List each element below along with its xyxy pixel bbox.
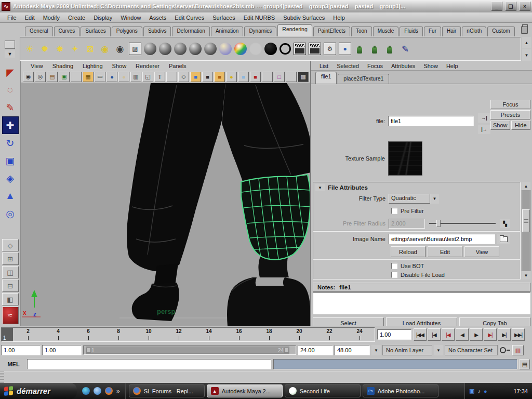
messenger-tray-icon[interactable]: ● [484, 388, 487, 394]
shelf-scroll-down-icon[interactable]: ▼ [522, 49, 531, 61]
show-button[interactable]: Show [490, 121, 510, 130]
menu-edit[interactable]: Edit [21, 12, 39, 23]
show-manipulator-tool[interactable]: ◎ [2, 205, 19, 222]
anim-layer-dropdown-icon[interactable]: ▼ [371, 345, 381, 355]
shelf-popup-icon[interactable] [5, 41, 15, 49]
scroll-down-icon[interactable]: ▼ [522, 271, 530, 280]
shelf-tab-ncloth[interactable]: nCloth [462, 26, 486, 36]
shadows-icon[interactable]: ■ [250, 72, 261, 82]
four-pane-layout-button[interactable]: ⊞ [2, 252, 19, 265]
shaded-wireframe-icon[interactable]: ■ [202, 72, 213, 82]
default-material-icon[interactable]: ■ [238, 72, 249, 82]
go-to-end-button[interactable]: ▶▶| [512, 328, 525, 341]
checkbox[interactable] [391, 263, 397, 269]
panel-menu-panels[interactable]: Panels [164, 61, 191, 71]
grid-icon[interactable]: ▦ [83, 72, 94, 82]
ae-menu-help[interactable]: Help [442, 61, 462, 71]
menu-help[interactable]: Help [329, 12, 349, 23]
soft-modification-tool[interactable]: ▲ [2, 187, 19, 205]
presets-button[interactable]: Presets [490, 110, 530, 119]
ae-menu-attributes[interactable]: Attributes [387, 61, 419, 71]
firefox-icon[interactable] [105, 387, 113, 395]
separator[interactable] [71, 72, 82, 82]
separator[interactable] [286, 72, 297, 82]
filter-type-dropdown[interactable]: Quadratic [389, 194, 430, 204]
menu-edit-nurbs[interactable]: Edit NURBS [240, 12, 280, 23]
checkbox[interactable] [391, 272, 397, 278]
use-background-icon[interactable] [264, 43, 277, 55]
animation-start-input[interactable] [1, 345, 41, 355]
surface-shader-icon[interactable] [249, 43, 262, 55]
ae-menu-show[interactable]: Show [419, 61, 442, 71]
browse-folder-icon[interactable] [497, 234, 510, 244]
xray-icon[interactable]: ▩ [298, 72, 309, 82]
menu-window[interactable]: Window [116, 12, 145, 23]
playback-end-input[interactable] [298, 345, 333, 355]
hypershade-window-icon[interactable] [384, 43, 396, 55]
panel-menu-lighting[interactable]: Lighting [78, 61, 108, 71]
shelf-menu-arrow-icon[interactable]: ▼ [5, 50, 15, 58]
lights-icon[interactable]: ● [226, 72, 237, 82]
auto-keyframe-icon[interactable] [499, 345, 511, 355]
animation-end-input[interactable] [335, 345, 370, 355]
close-button[interactable]: × [519, 2, 530, 11]
shelf-tab-surfaces[interactable]: Surfaces [81, 26, 110, 36]
range-slider-track[interactable]: 1 24 [83, 345, 296, 355]
pre-filter-radius-input[interactable] [389, 219, 425, 229]
pre-filter-radius-slider[interactable] [429, 220, 496, 227]
bookmark-icon[interactable]: ▤ [47, 72, 58, 82]
menu-subdiv-surfaces[interactable]: Subdiv Surfaces [279, 12, 329, 23]
volume-tray-icon[interactable]: ♪ [477, 388, 481, 394]
hypershade-icon[interactable] [354, 43, 366, 55]
go-to-start-button[interactable]: |◀◀ [414, 328, 427, 341]
persp-graph-layout-button[interactable]: ⊟ [2, 280, 19, 292]
collapse-section-icon[interactable]: ▼ [315, 184, 325, 191]
phong-e-material-icon[interactable] [204, 43, 217, 55]
anim-layer-selector[interactable]: No Anim Layer [382, 345, 432, 355]
field-chart-icon[interactable]: ▥ [130, 72, 141, 82]
ae-menu-selected[interactable]: Selected [332, 61, 363, 71]
script-editor-icon[interactable]: ▤ [520, 359, 530, 369]
task-second-life[interactable]: Second Life [285, 384, 361, 397]
smooth-shade-icon[interactable]: ■ [190, 72, 201, 82]
ae-tab-place2dtexture1[interactable]: place2dTexture1 [338, 74, 389, 84]
select-button[interactable]: Select [313, 317, 384, 326]
ambient-light-icon[interactable]: ◉ [99, 43, 111, 55]
shelf-tab-toon[interactable]: Toon [351, 26, 372, 36]
shelf-tab-fur[interactable]: Fur [424, 26, 441, 36]
panel-menu-view[interactable]: View [26, 61, 48, 71]
select-tool[interactable]: ◤ [2, 63, 19, 81]
task-adobe-photoshop[interactable]: Adobe Photosho... [363, 384, 438, 397]
menu-create[interactable]: Create [64, 12, 89, 23]
range-slider-bar[interactable]: 1 24 [86, 347, 289, 354]
step-forward-key-button[interactable]: ▶| [484, 328, 497, 341]
phong-material-icon[interactable] [189, 43, 202, 55]
mel-command-input[interactable] [27, 359, 271, 369]
pre-filter-checkbox[interactable] [391, 208, 397, 214]
notes-textarea[interactable] [313, 292, 530, 314]
single-pane-layout-button[interactable]: ◇ [2, 239, 19, 251]
shelf-tab-dynamics[interactable]: Dynamics [244, 26, 276, 36]
menu-surfaces[interactable]: Surfaces [208, 12, 239, 23]
timeline-ruler[interactable]: 1 24681012141618202224 [1, 327, 375, 342]
pin-in-arrow-icon[interactable]: →| [478, 113, 490, 123]
anisotropic-material-icon[interactable] [144, 43, 156, 55]
task-autodesk-maya[interactable]: Autodesk Maya 2... [207, 384, 283, 397]
ae-menu-focus[interactable]: Focus [363, 61, 387, 71]
panel-menu-renderer[interactable]: Renderer [131, 61, 164, 71]
lambert-material-icon[interactable] [174, 43, 187, 55]
blinn-material-icon[interactable] [159, 43, 171, 55]
shelf-tab-hair[interactable]: Hair [442, 26, 461, 36]
shelf-tab-painteffects[interactable]: PaintEffects [313, 26, 350, 36]
shading-map-sphere-icon[interactable] [234, 43, 247, 55]
display-tray-icon[interactable]: ▣ [469, 388, 474, 394]
safe-action-icon[interactable]: ◱ [142, 72, 153, 82]
filter-type-dropdown-arrow-icon[interactable]: ▼ [430, 194, 439, 204]
task-sl-forums[interactable]: SL Forums - Repl... [129, 384, 205, 397]
paint-selection-tool[interactable]: ✎ [2, 99, 19, 116]
edit-button[interactable]: Edit [428, 246, 462, 257]
point-light-icon[interactable]: ☀ [23, 43, 36, 55]
play-backwards-button[interactable]: ◀ [456, 328, 469, 341]
copy-tab-button[interactable]: Copy Tab [459, 317, 530, 326]
gate-mask-icon[interactable]: ● [118, 72, 129, 82]
